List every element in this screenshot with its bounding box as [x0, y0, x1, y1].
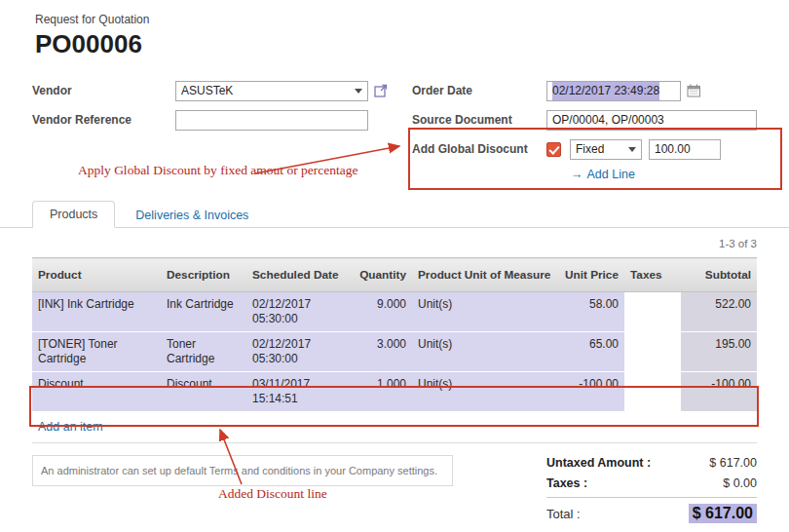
untaxed-amount-label: Untaxed Amount :: [546, 456, 651, 470]
notebook-tabs: Products Deliveries & Invoices: [0, 200, 789, 228]
source-document-input[interactable]: OP/00004, OP/00003: [546, 110, 757, 131]
external-link-icon[interactable]: [374, 84, 388, 97]
table-row-discount[interactable]: Discount Discount 03/11/2017 15:14:51 1.…: [32, 372, 757, 412]
column-header-subtotal[interactable]: Subtotal: [681, 258, 757, 292]
total-value: $ 617.00: [689, 504, 757, 523]
form-footer: An administrator can set up default Term…: [0, 455, 789, 523]
source-document-label: Source Document: [412, 113, 546, 127]
discount-type-value: Fixed: [576, 140, 604, 159]
total-row: Total : $ 617.00: [546, 504, 757, 523]
totals-panel: Untaxed Amount : $ 617.00 Taxes : $ 0.00…: [546, 455, 757, 523]
tab-products[interactable]: Products: [32, 201, 115, 228]
column-header-scheduled-date[interactable]: Scheduled Date: [246, 258, 348, 292]
cell-uom: Unit(s): [412, 292, 554, 332]
cell-unit-price: 58.00: [554, 292, 624, 332]
cell-description: Discount: [161, 372, 246, 412]
taxes-value: $ 0.00: [723, 476, 757, 490]
order-date-row: Order Date 02/12/2017 23:49:28: [412, 80, 757, 101]
select-arrow-icon: [628, 147, 636, 152]
dropdown-arrow-icon: [355, 89, 362, 94]
global-discount-checkbox[interactable]: [546, 142, 561, 157]
add-an-item-link[interactable]: Add an item: [32, 412, 757, 443]
add-line-link[interactable]: →Add Line: [571, 168, 757, 181]
terms-note: An administrator can set up default Term…: [32, 455, 453, 486]
column-header-quantity[interactable]: Quantity: [348, 258, 412, 292]
vendor-reference-input[interactable]: [175, 110, 368, 131]
source-document-row: Source Document OP/00004, OP/00003: [412, 109, 757, 131]
form-left-column: Vendor ASUSTeK Vendor Reference: [32, 80, 412, 181]
totals-divider: [546, 497, 757, 498]
calendar-icon[interactable]: [687, 84, 701, 97]
discount-amount-input[interactable]: 100.00: [649, 139, 721, 160]
cell-subtotal: 522.00: [681, 292, 757, 332]
add-line-arrow-icon: →: [571, 168, 583, 181]
total-label: Total :: [546, 507, 581, 521]
untaxed-amount-value: $ 617.00: [709, 456, 757, 470]
order-date-value: 02/12/2017 23:49:28: [552, 82, 659, 100]
cell-uom: Unit(s): [412, 332, 554, 372]
taxes-label: Taxes :: [546, 476, 587, 490]
document-type-label: Request for Quotation: [35, 13, 789, 26]
global-discount-row: Add Global Disocunt Fixed 100.00: [412, 138, 757, 160]
form-right-column: Order Date 02/12/2017 23:49:28 Source Do…: [412, 80, 757, 181]
pager: 1-3 of 3: [0, 238, 789, 249]
vendor-select-value: ASUSTeK: [181, 82, 233, 100]
cell-taxes: [624, 292, 681, 332]
vendor-reference-row: Vendor Reference: [32, 109, 412, 131]
cell-taxes: [624, 332, 681, 372]
cell-unit-price: 65.00: [554, 332, 624, 372]
cell-description: Ink Cartridge: [161, 292, 246, 332]
page-header: Request for Quotation PO00006: [0, 0, 789, 59]
table-header-row: Product Description Scheduled Date Quant…: [32, 258, 757, 292]
cell-scheduled-date: 02/12/2017 05:30:00: [246, 292, 348, 332]
cell-quantity: 9.000: [348, 292, 412, 332]
vendor-select[interactable]: ASUSTeK: [175, 81, 368, 101]
order-lines-table: Product Description Scheduled Date Quant…: [32, 257, 757, 412]
taxes-row: Taxes : $ 0.00: [546, 476, 757, 490]
page-title: PO00006: [35, 29, 789, 59]
cell-subtotal: 195.00: [681, 332, 757, 372]
global-discount-label: Add Global Disocunt: [412, 142, 546, 156]
cell-subtotal: -100.00: [681, 372, 757, 412]
untaxed-amount-row: Untaxed Amount : $ 617.00: [546, 456, 757, 470]
rfq-form-page: Request for Quotation PO00006 Vendor ASU…: [0, 0, 789, 532]
cell-unit-price: -100.00: [554, 372, 624, 412]
cell-description: Toner Cartridge: [161, 332, 246, 372]
table-row-toner-cartridge[interactable]: [TONER] Toner Cartridge Toner Cartridge …: [32, 332, 757, 372]
cell-product: [TONER] Toner Cartridge: [32, 332, 161, 372]
cell-uom: Unit(s): [412, 372, 554, 412]
form-fields: Vendor ASUSTeK Vendor Reference Order Da…: [0, 80, 789, 181]
cell-product: Discount: [32, 372, 161, 412]
cell-taxes: [624, 372, 681, 412]
table-row-ink-cartridge[interactable]: [INK] Ink Cartridge Ink Cartridge 02/12/…: [32, 292, 757, 332]
vendor-reference-label: Vendor Reference: [32, 113, 175, 127]
column-header-uom[interactable]: Product Unit of Measure: [412, 258, 554, 292]
tab-deliveries-invoices[interactable]: Deliveries & Invoices: [119, 203, 265, 228]
vendor-row: Vendor ASUSTeK: [32, 80, 412, 101]
column-header-taxes[interactable]: Taxes: [624, 258, 681, 292]
vendor-label: Vendor: [32, 84, 175, 97]
order-date-label: Order Date: [412, 84, 546, 97]
add-line-label: Add Line: [587, 168, 635, 181]
column-header-unit-price[interactable]: Unit Price: [554, 258, 624, 292]
cell-scheduled-date: 02/12/2017 05:30:00: [246, 332, 348, 372]
discount-type-select[interactable]: Fixed: [570, 139, 642, 160]
cell-quantity: 1.000: [348, 372, 412, 412]
order-date-input[interactable]: 02/12/2017 23:49:28: [546, 81, 681, 101]
cell-product: [INK] Ink Cartridge: [32, 292, 161, 332]
column-header-description[interactable]: Description: [161, 258, 246, 292]
column-header-product[interactable]: Product: [32, 258, 161, 292]
cell-scheduled-date: 03/11/2017 15:14:51: [246, 372, 348, 412]
cell-quantity: 3.000: [348, 332, 412, 372]
